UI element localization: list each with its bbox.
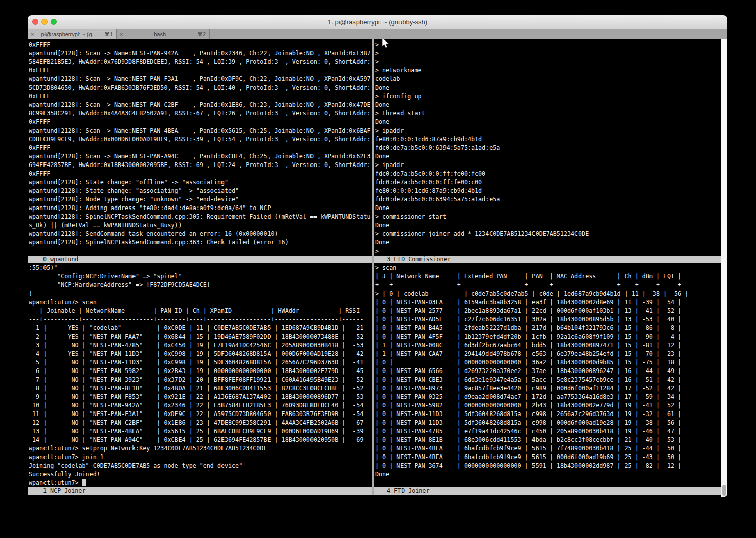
pane-title-bar-bottom: 1 NCP Joiner 4 FTD Joiner	[28, 487, 721, 495]
minimize-window-button[interactable]	[41, 19, 48, 25]
ftd-joiner-pane[interactable]: > scan | J | Network Name | Extended PAN…	[375, 264, 720, 487]
tab-shortcut: ⌘2	[197, 31, 206, 38]
desktop: { "window": { "title": "1. pi@raspberryp…	[0, 0, 756, 538]
pane-split-divider[interactable]	[372, 39, 374, 495]
tab-shortcut: ⌘1	[104, 31, 113, 38]
tab-bash[interactable]: × bash ⌘2	[117, 29, 210, 39]
mouse-pointer-icon	[382, 37, 389, 51]
tab-ssh-session[interactable]: × pi@raspberrypi: ~ (g... ⌘1	[28, 29, 117, 39]
traffic-lights	[32, 19, 57, 25]
pane-title-wpantund: 0 wpantund	[43, 256, 78, 263]
terminal-window: 1. pi@raspberrypi: ~ (gnubby-ssh) × pi@r…	[28, 15, 727, 497]
terminal-text-cursor	[82, 479, 86, 486]
zoom-window-button[interactable]	[51, 19, 57, 25]
close-window-button[interactable]	[32, 19, 38, 25]
tab-close-icon[interactable]: ×	[120, 31, 123, 37]
wpantund-log-pane[interactable]: 0xFFFF wpantund[2128]: Scan -> Name:NEST…	[29, 40, 372, 256]
tab-label: bash	[126, 31, 193, 37]
scrollbar-thumb[interactable]	[722, 485, 726, 496]
pane-title-bar-top: 0 wpantund 3 FTD Commissioner	[28, 256, 721, 263]
tab-close-icon[interactable]: ×	[31, 31, 34, 37]
ncp-joiner-pane[interactable]: :55:05)" "Config:NCP:DriverName" => "spi…	[29, 264, 372, 487]
pane-title-ncp-joiner: 1 NCP Joiner	[43, 487, 85, 495]
window-titlebar[interactable]: 1. pi@raspberrypi: ~ (gnubby-ssh)	[28, 15, 727, 29]
window-title: 1. pi@raspberrypi: ~ (gnubby-ssh)	[28, 15, 727, 29]
ftd-commissioner-pane[interactable]: > > > > networkname codelab Done > ifcon…	[375, 40, 721, 256]
scrollbar-track[interactable]	[721, 39, 727, 497]
pane-title-ftd-joiner: 4 FTD Joiner	[387, 487, 429, 495]
tab-bar: × pi@raspberrypi: ~ (g... ⌘1 × bash ⌘2	[28, 29, 727, 39]
tab-label: pi@raspberrypi: ~ (g...	[37, 31, 100, 37]
pane-title-ftd-commissioner: 3 FTD Commissioner	[387, 256, 451, 263]
